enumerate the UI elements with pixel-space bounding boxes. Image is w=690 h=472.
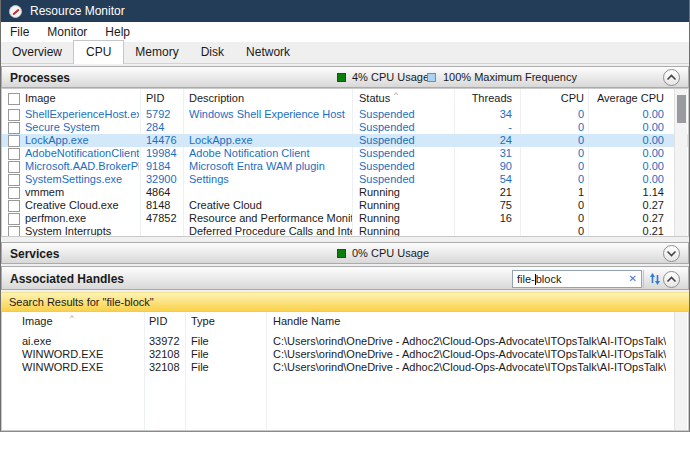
process-cpu: 0	[524, 173, 584, 186]
handle-search-input[interactable]: file-block ✕	[512, 270, 642, 288]
process-pid: 284	[146, 121, 186, 134]
row-checkbox[interactable]	[8, 161, 20, 173]
process-pid: 19984	[146, 147, 186, 160]
handles-scrollbar[interactable]	[674, 312, 687, 430]
column-header-handle-name[interactable]: Handle Name	[273, 312, 666, 330]
handle-image: ai.exe	[22, 335, 140, 348]
process-rows: ShellExperienceHost.exe5792Windows Shell…	[2, 108, 688, 237]
column-header-pid[interactable]: PID	[146, 89, 186, 107]
process-cpu: 0	[524, 225, 584, 237]
process-cpu: 0	[524, 160, 584, 173]
process-description: Resource and Performance Monitor	[189, 212, 352, 225]
column-header-image[interactable]: Image	[22, 312, 140, 330]
column-header-type[interactable]: Type	[191, 312, 263, 330]
row-checkbox[interactable]	[8, 148, 20, 160]
process-average-cpu: 0.00	[594, 160, 664, 173]
column-header-pid[interactable]: PID	[149, 312, 189, 330]
process-row[interactable]: Creative Cloud.exe8148Creative CloudRunn…	[2, 199, 688, 212]
process-row[interactable]: System InterruptsDeferred Procedure Call…	[2, 225, 688, 237]
handle-pid: 32108	[149, 348, 189, 361]
process-description: Adobe Notification Client	[189, 147, 352, 160]
max-frequency-legend-icon	[427, 73, 436, 82]
menu-file[interactable]: File	[1, 23, 38, 41]
process-threads: 34	[422, 108, 512, 121]
column-header-image[interactable]: Image	[25, 89, 139, 107]
process-image: vmmem	[25, 186, 139, 199]
column-header-cpu[interactable]: CPU	[524, 89, 584, 107]
resource-monitor-icon	[9, 5, 22, 18]
handle-row[interactable]: ai.exe33972FileC:\Users\orind\OneDrive -…	[2, 335, 688, 348]
process-cpu: 0	[524, 212, 584, 225]
handle-row[interactable]: WINWORD.EXE32108FileC:\Users\orind\OneDr…	[2, 348, 688, 361]
row-checkbox[interactable]	[8, 187, 20, 199]
processes-scrollbar[interactable]	[674, 89, 687, 236]
processes-table-header: Image PID Description Status ^ Threads C…	[2, 89, 688, 108]
processes-collapse-button[interactable]	[663, 69, 680, 86]
titlebar[interactable]: Resource Monitor	[0, 0, 690, 22]
row-checkbox[interactable]	[8, 200, 20, 212]
handles-table-header: Image ^ PID Type Handle Name	[2, 312, 688, 331]
process-cpu: 1	[524, 186, 584, 199]
process-row[interactable]: vmmem4864Running2111.14	[2, 186, 688, 199]
tab-memory[interactable]: Memory	[124, 42, 189, 63]
chevron-down-icon	[666, 250, 677, 257]
process-pid: 32900	[146, 173, 186, 186]
menu-help[interactable]: Help	[96, 23, 139, 41]
process-row[interactable]: Microsoft.AAD.BrokerPlugin.exe9184Micros…	[2, 160, 688, 173]
row-checkbox[interactable]	[8, 213, 20, 225]
process-threads: 21	[422, 186, 512, 199]
row-checkbox[interactable]	[8, 122, 20, 134]
handle-name: C:\Users\orind\OneDrive - Adhoc2\Cloud-O…	[273, 348, 666, 361]
column-header-description[interactable]: Description	[189, 89, 352, 107]
process-cpu: 0	[524, 134, 584, 147]
process-row[interactable]: perfmon.exe47852Resource and Performance…	[2, 212, 688, 225]
column-header-threads[interactable]: Threads	[422, 89, 512, 107]
process-average-cpu: 0.00	[594, 121, 664, 134]
tab-network[interactable]: Network	[235, 42, 301, 63]
process-average-cpu: 0.00	[594, 108, 664, 121]
handle-type: File	[191, 361, 263, 374]
handle-image: WINWORD.EXE	[22, 361, 140, 374]
process-row[interactable]: LockApp.exe14476LockApp.exeSuspended2400…	[2, 134, 688, 147]
services-expand-button[interactable]	[663, 245, 680, 262]
handles-table: Image ^ PID Type Handle Name ai.exe33972…	[1, 311, 689, 431]
scrollbar-thumb[interactable]	[677, 95, 686, 123]
process-image: Secure System	[25, 121, 139, 134]
process-pid: 4864	[146, 186, 186, 199]
process-row[interactable]: AdobeNotificationClient.exe19984Adobe No…	[2, 147, 688, 160]
process-threads: 90	[422, 160, 512, 173]
row-checkbox[interactable]	[8, 174, 20, 186]
process-threads: -	[422, 121, 512, 134]
row-checkbox[interactable]	[8, 109, 20, 121]
process-status: Running	[359, 225, 454, 237]
process-image: ShellExperienceHost.exe	[25, 108, 139, 121]
menu-monitor[interactable]: Monitor	[38, 23, 96, 41]
process-image: Microsoft.AAD.BrokerPlugin.exe	[25, 160, 139, 173]
processes-header-bar: Processes 4% CPU Usage 100% Maximum Freq…	[1, 66, 689, 88]
search-text: file-block	[517, 271, 561, 287]
tab-overview[interactable]: Overview	[1, 42, 73, 63]
process-average-cpu: 0.00	[594, 134, 664, 147]
process-image: System Interrupts	[25, 225, 139, 237]
tab-disk[interactable]: Disk	[190, 42, 235, 63]
tab-cpu[interactable]: CPU	[73, 40, 124, 64]
process-row[interactable]: ShellExperienceHost.exe5792Windows Shell…	[2, 108, 688, 121]
handle-row[interactable]: WINWORD.EXE32108FileC:\Users\orind\OneDr…	[2, 361, 688, 374]
handle-type: File	[191, 348, 263, 361]
clear-search-icon[interactable]: ✕	[629, 271, 637, 287]
row-checkbox[interactable]	[8, 226, 20, 237]
services-cpu-usage-label: 0% CPU Usage	[352, 247, 429, 259]
column-header-average-cpu[interactable]: Average CPU	[594, 89, 664, 107]
associated-handles-collapse-button[interactable]	[663, 271, 680, 288]
search-handles-button[interactable]	[646, 270, 663, 288]
process-description: LockApp.exe	[189, 134, 352, 147]
process-row[interactable]: SystemSettings.exe32900SettingsSuspended…	[2, 173, 688, 186]
select-all-checkbox[interactable]	[8, 93, 20, 105]
handle-pid: 32108	[149, 361, 189, 374]
process-row[interactable]: Secure System284Suspended-00.00	[2, 121, 688, 134]
process-cpu: 0	[524, 199, 584, 212]
process-cpu: 0	[524, 147, 584, 160]
process-average-cpu: 1.14	[594, 186, 664, 199]
row-checkbox[interactable]	[8, 135, 20, 147]
process-pid: 5792	[146, 108, 186, 121]
